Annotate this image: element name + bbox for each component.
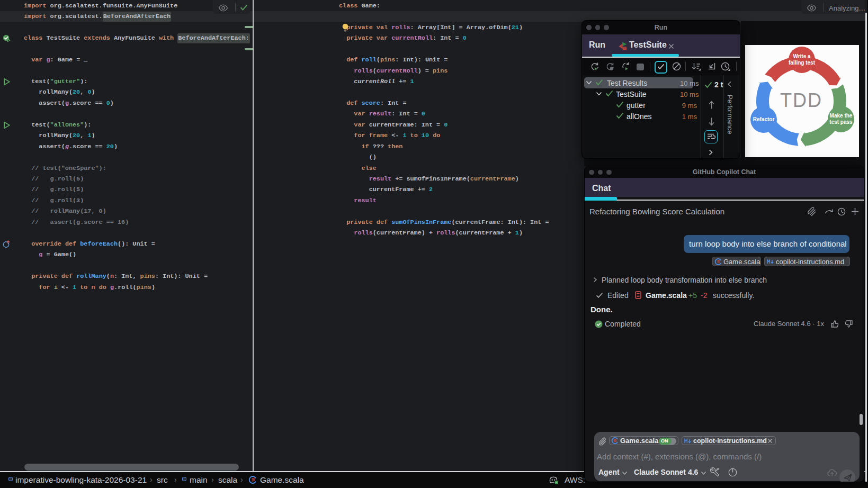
svg-text:test pass: test pass <box>829 119 853 125</box>
svg-text:Refactor: Refactor <box>753 116 775 122</box>
svg-text:TDD: TDD <box>780 89 822 111</box>
svg-text:Make the: Make the <box>830 113 853 119</box>
svg-text:failing test: failing test <box>789 60 816 66</box>
svg-text:Write a: Write a <box>793 53 811 59</box>
